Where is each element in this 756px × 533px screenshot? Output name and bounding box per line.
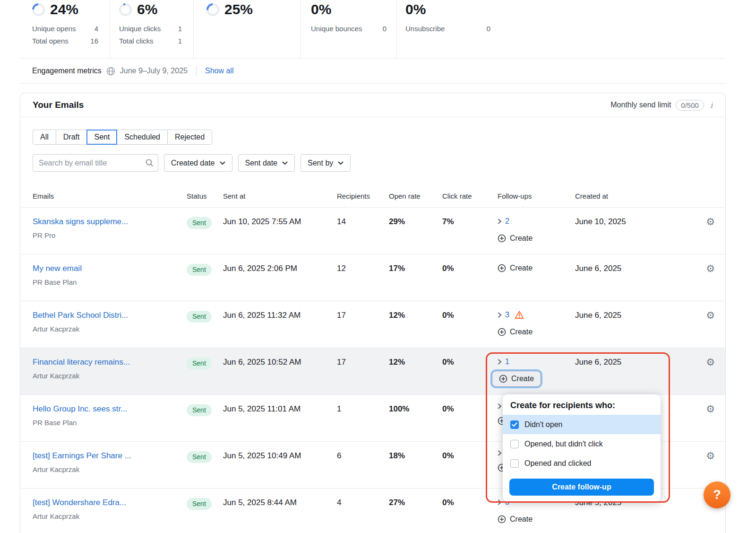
create-followup-popup: Create for recipients who: Didn't open O… (503, 394, 661, 502)
email-title-link[interactable]: Skanska signs suppleme... (33, 216, 128, 227)
email-title-link[interactable]: Bethel Park School Distri... (33, 310, 128, 321)
email-title-link[interactable]: My new email (33, 263, 82, 274)
checkbox-icon[interactable] (510, 440, 519, 448)
gear-icon[interactable]: ⚙ (706, 357, 715, 368)
tab-draft[interactable]: Draft (56, 130, 87, 145)
engagement-metrics-bar: Engagement metrics June 9–July 9, 2025 S… (20, 58, 726, 84)
created-date-filter[interactable]: Created date (164, 154, 232, 172)
globe-icon (106, 67, 115, 76)
show-all-link[interactable]: Show all (205, 67, 233, 75)
metric-unsubscribe: 0% Unsubscribe0 (397, 0, 726, 58)
plus-circle-icon (498, 328, 506, 336)
col-status: Status (187, 192, 223, 200)
email-title-link[interactable]: Financial literacy remains... (33, 357, 130, 368)
tab-rejected[interactable]: Rejected (167, 130, 212, 145)
metric-line: Unique opens4 (32, 23, 98, 35)
help-button[interactable]: ? (704, 481, 730, 508)
sent-by-filter[interactable]: Sent by (301, 154, 351, 172)
followups-cell: Create (498, 263, 575, 274)
option-opened-and-clicked[interactable]: Opened and clicked (503, 454, 661, 473)
create-followup-button-focused[interactable]: Create (492, 371, 541, 387)
open-rate-value: 27% (389, 497, 442, 508)
email-title-link[interactable]: [test] Wondershare Edra... (33, 497, 126, 508)
create-followup-button[interactable]: Create (498, 515, 533, 524)
email-title-link[interactable]: [test] Earnings Per Share ... (33, 450, 131, 462)
open-rate-value: 18% (389, 450, 442, 462)
col-sent-at: Sent at (223, 192, 337, 200)
sent-date-filter[interactable]: Sent date (238, 154, 295, 172)
followups-cell: 1 Create (498, 357, 575, 387)
donut-chart-icon (119, 3, 132, 16)
info-icon[interactable]: i (709, 101, 714, 110)
plus-circle-icon (499, 375, 507, 383)
table-row-selected: Financial literacy remains... Artur Kacp… (20, 348, 725, 395)
followups-expand[interactable]: 3 (498, 310, 575, 320)
recipients-value: 14 (337, 216, 389, 227)
metric-card: 25% (194, 0, 301, 58)
status-badge: Sent (187, 451, 212, 463)
followups-expand[interactable]: 2 (498, 216, 575, 227)
tab-sent[interactable]: Sent (86, 130, 117, 145)
chevron-right-icon (498, 312, 502, 318)
chevron-right-icon (498, 450, 502, 456)
table-header: Emails Status Sent at Recipients Open ra… (20, 185, 725, 208)
created-at-value: June 6, 2025 (575, 310, 681, 321)
create-followup-button[interactable]: Create (498, 234, 533, 243)
col-recipients: Recipients (337, 192, 389, 200)
status-badge: Sent (187, 217, 212, 229)
chevron-down-icon (282, 161, 288, 165)
chevron-right-icon (498, 359, 502, 365)
status-badge: Sent (187, 498, 212, 510)
option-opened-not-clicked[interactable]: Opened, but didn't click (503, 434, 661, 454)
col-click-rate: Click rate (442, 192, 498, 200)
metric-line: Unsubscribe0 (405, 23, 490, 35)
option-didnt-open[interactable]: Didn't open (503, 415, 661, 434)
email-status-tabs: All Draft Sent Scheduled Rejected (33, 130, 212, 145)
create-followup-submit-button[interactable]: Create follow-up (509, 479, 654, 496)
metric-percent: 0% (405, 1, 426, 17)
chevron-right-icon (498, 218, 502, 224)
gear-icon[interactable]: ⚙ (706, 263, 715, 274)
email-subtitle: PR Base Plan (33, 418, 187, 428)
donut-chart-icon (206, 3, 219, 16)
panel-header: Your Emails Monthly send limit 0/500 i (20, 93, 725, 117)
email-title-link[interactable]: Hello Group Inc. sees str... (33, 403, 127, 415)
followups-cell: 2 Create (498, 216, 575, 245)
metric-percent: 24% (50, 1, 78, 17)
popup-title: Create for recipients who: (503, 394, 661, 415)
table-row: Skanska signs suppleme... PR Pro Sent Ju… (20, 208, 725, 254)
click-rate-value: 0% (442, 450, 498, 462)
tab-scheduled[interactable]: Scheduled (117, 130, 168, 145)
recipients-value: 12 (337, 263, 389, 274)
followups-cell: 3 Create (498, 310, 575, 338)
open-rate-value: 12% (389, 357, 442, 368)
sent-at-value: Jun 6, 2025 2:06 PM (223, 263, 337, 274)
search-input[interactable] (33, 154, 158, 172)
chevron-right-icon (498, 499, 502, 505)
gear-icon[interactable]: ⚙ (706, 450, 715, 462)
create-followup-button[interactable]: Create (498, 264, 533, 272)
open-rate-value: 100% (389, 403, 442, 415)
sent-at-value: Jun 5, 2025 10:49 AM (223, 450, 337, 462)
gear-icon[interactable]: ⚙ (706, 216, 715, 227)
sent-at-value: Jun 6, 2025 11:32 AM (223, 310, 337, 321)
panel-title: Your Emails (33, 100, 84, 110)
email-subtitle: PR Base Plan (33, 278, 187, 287)
email-subtitle: PR Pro (33, 231, 187, 240)
engagement-summary-card: 24% Unique opens4 Total opens16 6% Uniqu… (20, 0, 726, 84)
create-followup-button[interactable]: Create (498, 328, 533, 336)
filters-row: Created date Sent date Sent by (33, 154, 725, 172)
followups-expand[interactable]: 1 (498, 357, 575, 367)
checkbox-icon[interactable] (510, 420, 519, 429)
col-follow-ups: Follow-ups (498, 192, 575, 200)
click-rate-value: 0% (442, 403, 498, 415)
metric-line: Total opens16 (32, 35, 98, 47)
gear-icon[interactable]: ⚙ (706, 403, 715, 415)
col-open-rate: Open rate (389, 192, 442, 200)
tab-all[interactable]: All (33, 130, 56, 145)
metric-unique-opens: 24% Unique opens4 Total opens16 (20, 0, 110, 58)
gear-icon[interactable]: ⚙ (706, 310, 715, 321)
metric-percent: 0% (311, 1, 331, 17)
checkbox-icon[interactable] (510, 459, 519, 468)
chevron-down-icon (338, 161, 344, 165)
